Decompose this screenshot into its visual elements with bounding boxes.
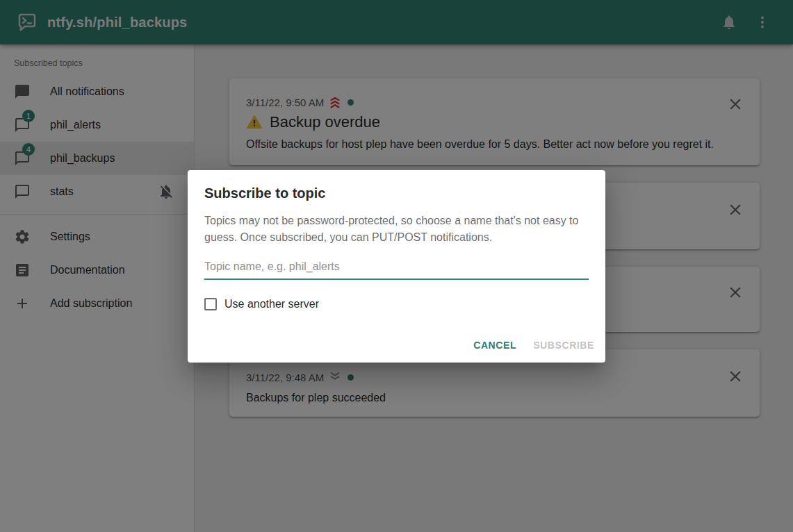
cancel-button[interactable]: CANCEL (468, 333, 522, 357)
use-another-server-option[interactable]: Use another server (204, 298, 589, 310)
dialog-description: Topics may not be password-protected, so… (204, 213, 589, 246)
topic-name-input[interactable] (204, 258, 589, 280)
subscribe-button[interactable]: SUBSCRIBE (528, 333, 600, 357)
checkbox-unchecked[interactable] (204, 298, 217, 310)
dialog-title: Subscribe to topic (204, 185, 589, 201)
ntfy-app-window: ntfy.sh/phil_backups Subscribed topics A… (0, 0, 793, 532)
dialog-actions: CANCEL SUBSCRIBE (462, 333, 600, 357)
subscribe-dialog: Subscribe to topic Topics may not be pas… (188, 170, 605, 363)
checkbox-label: Use another server (224, 298, 319, 310)
